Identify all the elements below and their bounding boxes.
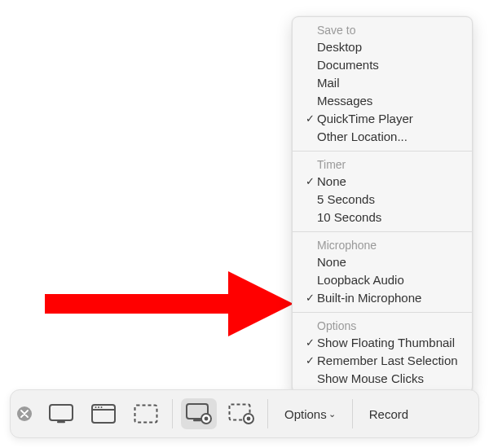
section-header-save-to: Save to xyxy=(293,22,472,38)
menu-divider xyxy=(293,151,472,152)
menu-item-label: Loopback Audio xyxy=(317,272,460,288)
svg-point-6 xyxy=(95,406,97,408)
menu-item-timer-5s[interactable]: 5 Seconds xyxy=(293,191,472,209)
section-header-microphone: Microphone xyxy=(293,237,472,253)
menu-item-label: Show Mouse Clicks xyxy=(317,371,460,387)
menu-item-mail[interactable]: Mail xyxy=(293,74,472,92)
menu-item-floating-thumbnail[interactable]: ✓Show Floating Thumbnail xyxy=(293,334,472,352)
section-header-options: Options xyxy=(293,318,472,334)
menu-item-label: Other Location... xyxy=(317,129,460,145)
screenshot-toolbar: Options⌄ Record xyxy=(10,389,479,438)
record-button-label: Record xyxy=(369,407,408,421)
menu-item-mic-builtin[interactable]: ✓Built-in Microphone xyxy=(293,289,472,307)
toolbar-divider xyxy=(172,399,173,428)
svg-rect-0 xyxy=(45,294,234,314)
check-icon: ✓ xyxy=(302,173,317,190)
section-microphone: Microphone None Loopback Audio ✓Built-in… xyxy=(293,235,472,309)
menu-item-label: Remember Last Selection xyxy=(317,353,460,369)
svg-point-13 xyxy=(205,417,209,421)
menu-item-documents[interactable]: Documents xyxy=(293,56,472,74)
record-selection-icon xyxy=(228,403,254,424)
toolbar-divider xyxy=(267,399,268,428)
menu-item-show-mouse-clicks[interactable]: Show Mouse Clicks xyxy=(293,370,472,388)
toolbar-divider xyxy=(352,399,353,428)
menu-item-label: Mail xyxy=(317,75,460,91)
capture-entire-screen-button[interactable] xyxy=(43,398,79,429)
menu-divider xyxy=(293,312,472,313)
check-icon: ✓ xyxy=(302,111,317,127)
close-icon xyxy=(20,410,29,418)
svg-marker-1 xyxy=(228,271,293,336)
menu-item-label: Messages xyxy=(317,93,460,109)
svg-rect-2 xyxy=(50,405,73,420)
record-button[interactable]: Record xyxy=(358,398,420,429)
section-options: Options ✓Show Floating Thumbnail ✓Rememb… xyxy=(293,316,472,389)
menu-item-label: QuickTime Player xyxy=(317,111,460,127)
menu-item-mic-loopback[interactable]: Loopback Audio xyxy=(293,271,472,289)
callout-arrow-icon xyxy=(45,271,297,336)
menu-item-timer-10s[interactable]: 10 Seconds xyxy=(293,209,472,226)
menu-item-quicktime-player[interactable]: ✓QuickTime Player xyxy=(293,110,472,128)
menu-item-desktop[interactable]: Desktop xyxy=(293,38,472,56)
menu-item-messages[interactable]: Messages xyxy=(293,92,472,110)
svg-point-7 xyxy=(98,406,99,408)
options-menu: Save to Desktop Documents Mail Messages … xyxy=(292,16,473,393)
screen-icon xyxy=(49,404,73,424)
menu-item-label: Desktop xyxy=(317,39,460,55)
menu-item-label: 5 Seconds xyxy=(317,191,460,208)
record-entire-screen-button[interactable] xyxy=(181,398,217,429)
section-save-to: Save to Desktop Documents Mail Messages … xyxy=(293,20,472,147)
section-header-timer: Timer xyxy=(293,156,472,173)
capture-selection-button[interactable] xyxy=(128,398,164,429)
svg-rect-3 xyxy=(57,421,65,423)
check-icon: ✓ xyxy=(302,335,317,351)
menu-item-timer-none[interactable]: ✓None xyxy=(293,173,472,191)
check-icon: ✓ xyxy=(302,290,317,306)
record-selection-button[interactable] xyxy=(223,398,259,429)
menu-item-label: None xyxy=(317,254,460,270)
svg-point-8 xyxy=(101,406,103,408)
menu-item-label: None xyxy=(317,173,460,190)
svg-rect-9 xyxy=(135,406,157,423)
options-button-label: Options xyxy=(284,407,327,421)
chevron-down-icon: ⌄ xyxy=(328,409,336,419)
capture-window-button[interactable] xyxy=(86,398,121,429)
options-button[interactable]: Options⌄ xyxy=(273,398,347,429)
menu-item-other-location[interactable]: Other Location... xyxy=(293,128,472,146)
window-icon xyxy=(91,404,116,424)
close-button[interactable] xyxy=(17,406,32,421)
section-timer: Timer ✓None 5 Seconds 10 Seconds xyxy=(293,155,472,228)
menu-item-label: Built-in Microphone xyxy=(317,290,460,306)
selection-icon xyxy=(134,404,158,424)
record-screen-icon xyxy=(186,403,212,424)
check-icon: ✓ xyxy=(302,353,317,369)
svg-point-16 xyxy=(247,417,251,421)
menu-item-label: 10 Seconds xyxy=(317,209,460,226)
menu-item-label: Show Floating Thumbnail xyxy=(317,335,460,351)
menu-item-remember-selection[interactable]: ✓Remember Last Selection xyxy=(293,352,472,370)
menu-item-mic-none[interactable]: None xyxy=(293,253,472,271)
svg-rect-11 xyxy=(193,419,201,421)
menu-item-label: Documents xyxy=(317,57,460,73)
menu-divider xyxy=(293,231,472,232)
